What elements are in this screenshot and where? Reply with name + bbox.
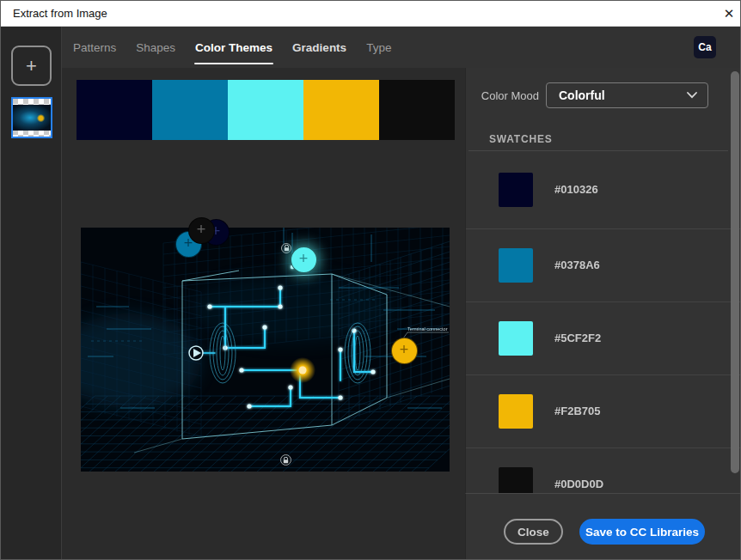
- swatch-list: #010326#0378A6#5CF2F2#F2B705#0D0D0D: [466, 150, 741, 493]
- color-marker[interactable]: +: [188, 217, 215, 244]
- color-mood-value: Colorful: [559, 88, 687, 102]
- swatch-hex-label: #0D0D0D: [554, 478, 603, 490]
- swatches-heading: SWATCHES: [489, 133, 553, 145]
- terminal-connector-label: Terminal connector: [407, 326, 448, 332]
- footer: Close Save to CC Libraries: [465, 493, 741, 560]
- save-to-cc-libraries-button[interactable]: Save to CC Libraries: [579, 519, 705, 545]
- add-image-button[interactable]: +: [11, 46, 52, 86]
- swatch-hex-label: #0378A6: [554, 259, 600, 271]
- color-mood-label: Color Mood: [466, 89, 539, 102]
- plus-icon: +: [197, 222, 206, 237]
- plus-icon: +: [400, 342, 409, 357]
- palette-color-4[interactable]: [303, 80, 379, 140]
- plus-icon: +: [299, 251, 309, 266]
- swatch-row[interactable]: #0D0D0D: [466, 448, 741, 493]
- plus-icon: +: [26, 57, 37, 76]
- tab-bar: PatternsShapesColor ThemesGradientsType: [62, 27, 741, 68]
- swatch-row[interactable]: #0378A6: [466, 229, 741, 302]
- swatch-hex-label: #F2B705: [554, 405, 600, 417]
- swatch-color[interactable]: [499, 394, 533, 429]
- swatch-color[interactable]: [499, 467, 533, 493]
- palette-color-5[interactable]: [379, 80, 455, 140]
- tab-type[interactable]: Type: [365, 27, 392, 68]
- window-title: Extract from Image: [13, 1, 107, 27]
- play-icon: [189, 346, 203, 360]
- swatch-list-scrollbar[interactable]: [731, 71, 739, 473]
- tab-patterns[interactable]: Patterns: [72, 27, 117, 68]
- palette-color-1[interactable]: [77, 80, 152, 140]
- swatch-row[interactable]: #F2B705: [466, 375, 741, 448]
- lock-icon[interactable]: [280, 454, 291, 466]
- swatch-color[interactable]: [499, 173, 533, 207]
- close-button[interactable]: Close: [504, 519, 563, 545]
- close-icon[interactable]: ✕: [718, 1, 740, 27]
- palette-color-3[interactable]: [228, 80, 303, 140]
- palette-color-2[interactable]: [152, 80, 228, 140]
- extract-from-image-dialog: Extract from Image ✕ + PatternsShapesCol…: [0, 0, 741, 560]
- title-bar: Extract from Image ✕: [1, 1, 740, 27]
- swatch-color[interactable]: [499, 248, 533, 283]
- source-image-thumbnail[interactable]: [11, 97, 52, 138]
- tab-color-themes[interactable]: Color Themes: [194, 27, 273, 68]
- color-theme-panel: Color Mood Colorful SWATCHES #010326#037…: [465, 68, 741, 493]
- swatch-hex-label: #5CF2F2: [554, 332, 601, 344]
- swatch-row[interactable]: #5CF2F2: [466, 302, 741, 375]
- color-marker[interactable]: +: [291, 247, 317, 273]
- source-images-sidebar: +: [1, 27, 62, 560]
- lock-icon[interactable]: [281, 243, 291, 253]
- chevron-down-icon: [687, 92, 697, 99]
- capture-app-badge: Ca: [694, 36, 716, 58]
- thumbnail-artwork: [13, 105, 51, 131]
- swatch-hex-label: #010326: [554, 183, 598, 196]
- color-marker[interactable]: +: [391, 338, 418, 364]
- swatch-row[interactable]: #010326: [466, 150, 741, 229]
- tab-gradients[interactable]: Gradients: [291, 27, 347, 68]
- extracted-color-theme-strip: [77, 80, 455, 140]
- color-mood-dropdown[interactable]: Colorful: [546, 82, 708, 108]
- tab-shapes[interactable]: Shapes: [135, 27, 176, 68]
- swatch-color[interactable]: [499, 321, 533, 356]
